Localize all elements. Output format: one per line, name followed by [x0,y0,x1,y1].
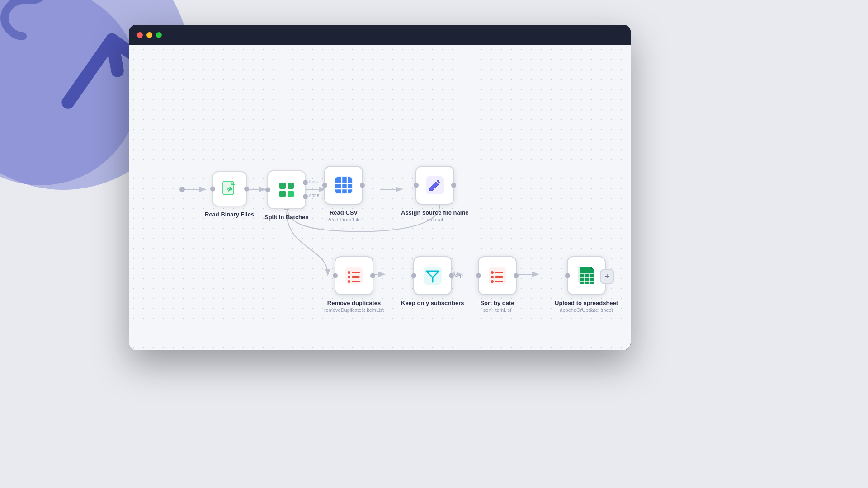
funnel-teal-icon [414,257,451,294]
node-read-csv-label: Read CSV [330,209,358,216]
conn-left [414,183,419,188]
file-green-icon [213,172,246,206]
browser-titlebar [129,25,631,45]
conn-left [411,273,416,278]
svg-point-35 [491,280,494,283]
node-sort-date-sublabel: sort: itemList [483,307,511,313]
node-keep-subs[interactable]: Kept Keep only subscribers [401,256,464,306]
node-assign-source[interactable]: Assign source file name manual [401,166,469,222]
conn-left [476,273,481,278]
svg-point-27 [348,280,350,283]
node-assign-source-label: Assign source file name [401,209,469,216]
conn-done [303,194,308,199]
svg-rect-16 [335,177,352,193]
list-sort-icon [479,257,516,294]
workflow-canvas[interactable]: loop done Kept Read Binary Files [129,45,631,350]
grid-green-icon [268,171,305,208]
node-upload-sheet[interactable]: Upload to spreadsheet appendOrUpdate: sh… [555,256,618,313]
node-remove-dupes-sublabel: removeDuplicates: itemList [324,307,384,313]
conn-right [514,273,519,278]
conn-right [244,187,249,192]
node-upload-sheet-sublabel: appendOrUpdate: sheet [560,307,613,313]
svg-point-25 [348,276,350,278]
conn-left [565,273,570,278]
add-node-button[interactable]: + [600,269,614,284]
table-blue-icon [325,167,362,204]
node-read-binary[interactable]: Read Binary Files [205,171,254,218]
loop-label: loop [308,179,319,184]
node-split-batches[interactable]: Split In Batches [264,170,309,221]
node-assign-source-sublabel: manual [427,217,443,222]
svg-rect-28 [352,281,360,282]
plus-icon: + [605,272,610,282]
node-keep-subs-label: Keep only subscribers [401,300,464,306]
node-read-csv-sublabel: Read From File [326,217,361,222]
conn-right [449,273,454,278]
node-sort-date-label: Sort by date [480,300,514,306]
kept-output-label: Kept [454,273,464,278]
svg-rect-26 [352,276,360,278]
browser-window: loop done Kept Read Binary Files [129,25,631,350]
svg-point-33 [491,276,494,278]
close-button[interactable] [137,32,143,38]
svg-rect-14 [288,191,294,197]
node-remove-dupes-label: Remove duplicates [327,300,381,306]
conn-left [265,188,270,192]
svg-point-23 [348,271,350,274]
node-read-csv[interactable]: Read CSV Read From File [324,166,363,222]
node-split-batches-label: Split In Batches [264,214,309,221]
svg-rect-11 [279,183,286,189]
svg-point-31 [491,271,494,274]
svg-rect-13 [279,191,286,197]
node-upload-sheet-label: Upload to spreadsheet [555,300,618,306]
list-red-icon [335,257,373,294]
node-remove-dupes[interactable]: Remove duplicates removeDuplicates: item… [324,256,384,313]
conn-left [322,183,327,188]
conn-left [333,273,338,278]
conn-right [370,273,375,278]
svg-rect-36 [495,281,503,282]
minimize-button[interactable] [146,32,152,38]
maximize-button[interactable] [156,32,162,38]
conn-right [451,183,456,188]
svg-rect-24 [352,272,360,273]
node-sort-date[interactable]: Sort by date sort: itemList [478,256,517,313]
node-read-binary-label: Read Binary Files [205,211,254,218]
svg-rect-32 [495,272,503,273]
pencil-purple-icon [416,167,453,204]
svg-rect-34 [495,276,503,278]
sheets-green-icon [568,257,605,294]
done-label: done [308,193,321,198]
conn-left [210,187,215,192]
svg-rect-12 [288,183,294,189]
conn-loop [303,180,308,185]
conn-right [360,183,365,188]
